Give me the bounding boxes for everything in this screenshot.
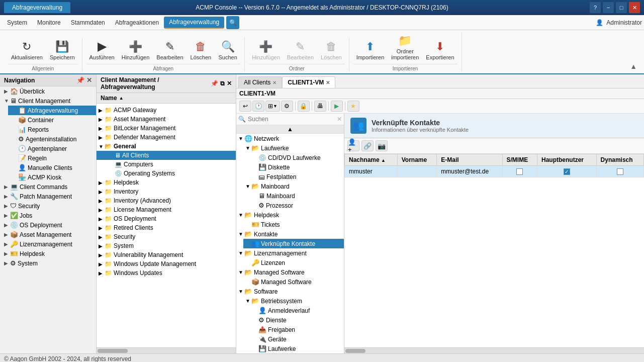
ribbon-hinzufuegen-button[interactable]: ➕ Hinzufügen (119, 38, 153, 62)
menu-stammdaten[interactable]: Stammdaten (66, 17, 110, 28)
middle-tree-item-all-clients[interactable]: 🖥 All Clients (97, 151, 236, 160)
rnav-item-cd-dvd[interactable]: 💿 CD/DVD Laufwerke (250, 153, 344, 162)
middle-tree-item-helpdesk[interactable]: ▶ 📁 Helpdesk (97, 178, 236, 187)
middle-panel-pin-icon[interactable]: 📌 (211, 80, 218, 87)
middle-tree-item-inventory-adv[interactable]: ▶ 📁 Inventory (Advanced) (97, 196, 236, 205)
sidebar-item-acmp-kiosk[interactable]: 🏪 ACMP Kiosk (8, 172, 96, 182)
rnav-item-prozessor[interactable]: ⚙ Prozessor (250, 201, 344, 210)
menu-search-button[interactable]: 🔍 (226, 16, 239, 29)
rnav-item-betriebssystem[interactable]: ▼ 📂 Betriebssystem (243, 296, 344, 306)
ribbon-ordner-bearbeiten-button[interactable]: ✎ Bearbeiten (284, 38, 317, 62)
sidebar-item-regeln[interactable]: 📝 Regeln (8, 153, 96, 163)
middle-tree-item-retired-clients[interactable]: ▶ 📁 Retired Clients (97, 223, 236, 232)
sidebar-item-patch-management[interactable]: ▶ 🔧 Patch Management (0, 192, 96, 201)
middle-tree-item-general[interactable]: ▼ 📂 General (97, 142, 236, 151)
middle-tree-item-vuln-mgmt[interactable]: ▶ 📁 Vulnerability Management (97, 250, 236, 259)
middle-tree-item-defender[interactable]: ▶ 📁 Defender Management (97, 133, 236, 142)
middle-panel-close-icon[interactable]: ✕ (227, 80, 232, 87)
menu-monitore[interactable]: Monitore (32, 17, 66, 28)
rnav-item-tickets[interactable]: 🎫 Tickets (243, 220, 344, 229)
ct-back-btn[interactable]: ↩ (239, 101, 251, 112)
col-dynamisch[interactable]: Dynamisch (596, 154, 643, 166)
sidebar-item-manuelle-clients[interactable]: 👤 Manuelle Clients (8, 163, 96, 172)
dynamisch-checkbox[interactable] (617, 168, 623, 175)
sidebar-item-ueberblick[interactable]: ▶ 🏠 Überblick (0, 86, 96, 96)
dt-camera-btn[interactable]: 📷 (376, 140, 388, 151)
sidebar-item-asset-management[interactable]: ▶ 📦 Asset Management (0, 230, 96, 239)
rnav-item-helpdesk-nav[interactable]: ▼ 📂 Helpdesk (236, 210, 344, 220)
rnav-item-festplatten[interactable]: 🖴 Festplatten (250, 172, 344, 182)
menu-system[interactable]: System (2, 17, 32, 28)
rnav-item-anmeldeverlauf[interactable]: 👤 Anmeldeverlauf (250, 306, 344, 315)
rnav-item-diskette[interactable]: 💾 Diskette (250, 162, 344, 172)
ct-lock-btn[interactable]: 🔒 (298, 101, 310, 112)
rnav-item-verknupfte-kontakte[interactable]: 👥 Verknüpfte Kontakte (243, 239, 344, 248)
right-search-input[interactable] (248, 116, 337, 123)
sidebar-item-helpdesk[interactable]: ▶ 🎫 Helpdesk (0, 249, 96, 258)
middle-column-header[interactable]: Name ▲ (97, 93, 236, 104)
rnav-item-lizenzmanagement-nav[interactable]: ▼ 📂 Lizenzmanagement (236, 248, 344, 258)
col-email[interactable]: E-Mail (437, 154, 502, 166)
middle-tree-item-win-update-mgmt[interactable]: ▶ 📁 Windows Update Management (97, 259, 236, 268)
middle-tree-item-acmp-gateway[interactable]: ▶ 📁 ACMP Gateway (97, 106, 236, 115)
ct-play-btn[interactable]: ▶ (331, 101, 343, 112)
ct-view-btn[interactable]: ⊞ ▼ (265, 101, 280, 112)
ribbon-ordner-loeschen-button[interactable]: 🗑 Löschen (318, 38, 345, 62)
rnav-item-freigaben[interactable]: 📤 Freigaben (250, 325, 344, 334)
middle-tree-item-license-mgmt[interactable]: ▶ 📁 License Management (97, 205, 236, 214)
middle-tree-item-operating-systems[interactable]: 💿 Operating Systems (97, 169, 236, 178)
ribbon-ordner-hinzufuegen-button[interactable]: ➕ Hinzufügen (249, 38, 283, 62)
table-row[interactable]: mmuster mmuster@test.de (345, 166, 644, 177)
title-tab-active[interactable]: Abfrageverwaltung (4, 2, 70, 13)
ribbon-collapse-button[interactable]: ▲ (627, 61, 640, 71)
tab-all-clients[interactable]: All Clients ✕ (238, 76, 282, 88)
detail-scrollbar[interactable] (344, 347, 644, 353)
tab-client1-vm[interactable]: CLIENT1-VM ✕ (282, 76, 335, 88)
rnav-item-mainboard[interactable]: ▼ 📂 Mainboard (243, 182, 344, 191)
ct-star-btn[interactable]: ★ (347, 101, 359, 112)
rnav-item-software-nav[interactable]: ▼ 📂 Software (236, 287, 344, 296)
ribbon-exportieren-button[interactable]: ⬇ Exportieren (423, 38, 457, 62)
close-button[interactable]: ✕ (629, 2, 640, 13)
ribbon-importieren-button[interactable]: ⬆ Importieren (353, 38, 388, 62)
middle-panel-window-icon[interactable]: ⧉ (220, 80, 225, 87)
smime-checkbox[interactable] (516, 168, 523, 175)
rnav-item-laufwerke[interactable]: ▼ 📂 Laufwerke (243, 143, 344, 153)
menu-abfrageverwaltung[interactable]: Abfrageverwaltung (164, 17, 224, 29)
sidebar-item-reports[interactable]: 📊 Reports (8, 125, 96, 134)
middle-tree-item-system-m[interactable]: ▶ 📁 System (97, 241, 236, 250)
middle-tree-item-security-m[interactable]: ▶ 📁 Security (97, 232, 236, 241)
rnav-item-mainboard-item[interactable]: 🖥 Mainboard (250, 191, 344, 201)
middle-tree-item-inventory[interactable]: ▶ 📁 Inventory (97, 187, 236, 196)
sidebar-pin-icon[interactable]: 📌 (76, 76, 84, 84)
col-vorname[interactable]: Vorname (397, 154, 437, 166)
rnav-item-managed-software-item[interactable]: 📦 Managed Software (243, 277, 344, 287)
maximize-button[interactable]: □ (616, 2, 627, 13)
sidebar-item-os-deployment[interactable]: ▶ 💿 OS Deployment (0, 220, 96, 230)
ct-settings-btn[interactable]: ⚙ (281, 101, 293, 112)
ribbon-speichern-button[interactable]: 💾 Speichern (47, 38, 78, 62)
sidebar-item-jobs[interactable]: ▶ ✅ Jobs (0, 211, 96, 220)
ct-history-btn[interactable]: 🕐 (252, 101, 264, 112)
minimize-button[interactable]: − (603, 2, 614, 13)
rnav-item-netzwerk[interactable]: ▼ 🌐 Netzwerk (236, 134, 344, 143)
col-nachname[interactable]: Nachname ▲ (345, 154, 398, 166)
middle-tree-item-os-deploy-m[interactable]: ▶ 📁 OS Deployment (97, 214, 236, 223)
ribbon-bearbeiten-button[interactable]: ✎ Bearbeiten (153, 38, 186, 62)
sidebar-close-icon[interactable]: ✕ (86, 76, 92, 84)
ct-print-btn[interactable]: 🖶 (314, 101, 326, 112)
ribbon-suchen-button[interactable]: 🔍 Suchen (215, 38, 240, 62)
middle-tree-item-computers[interactable]: 💻 Computers (97, 160, 236, 169)
col-smime[interactable]: S/MIME (502, 154, 537, 166)
middle-tree-item-bitlocker[interactable]: ▶ 📁 BitLocker Management (97, 124, 236, 133)
sidebar-item-container[interactable]: 📦 Container (8, 115, 96, 125)
ribbon-ordner-importieren-button[interactable]: 📁 Ordnerimportieren (388, 32, 422, 62)
sidebar-item-agenteninstallation[interactable]: ⚙ Agenteninstallation (8, 134, 96, 144)
col-hauptbenutzer[interactable]: Hauptbenutzer (537, 154, 597, 166)
tree-scroll-up[interactable]: ▲ (236, 125, 344, 134)
sidebar-item-client-commands[interactable]: ▶ 💻 Client Commands (0, 182, 96, 192)
rnav-item-dienste[interactable]: ⚙ Dienste (250, 315, 344, 325)
help-button[interactable]: ? (590, 2, 601, 13)
ribbon-loeschen-button[interactable]: 🗑 Löschen (188, 38, 215, 62)
rnav-item-lizenzen[interactable]: 🔑 Lizenzen (243, 258, 344, 267)
